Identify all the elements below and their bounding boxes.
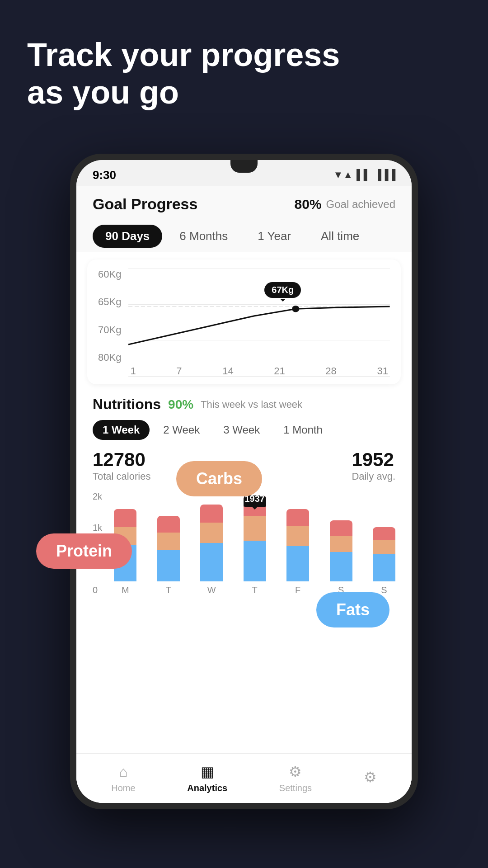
float-fats-label: Fats xyxy=(316,592,389,627)
bar-stack-s2 xyxy=(373,527,395,581)
bar-carbs-f xyxy=(286,526,309,546)
bar-tooltip: 1937 xyxy=(244,495,266,507)
nut-tab-3week[interactable]: 3 Week xyxy=(213,420,270,440)
header-goal: 80% Goal achieved xyxy=(295,197,395,212)
bar-stack-t1 xyxy=(157,516,180,581)
bar-fat-s2 xyxy=(373,554,395,581)
x-label-7: 7 xyxy=(176,365,182,377)
daily-avg-stat: 1952 Daily avg. xyxy=(352,449,395,482)
bar-carbs-t2 xyxy=(244,516,266,541)
goal-label: Goal achieved xyxy=(326,198,395,211)
total-calories-label: Total calories xyxy=(93,471,150,482)
bar-group-s1: S xyxy=(330,520,352,595)
bar-fat-t1 xyxy=(157,550,180,581)
y-label-65: 65Kg xyxy=(98,296,121,308)
bar-protein-f xyxy=(286,509,309,526)
bar-protein-w xyxy=(200,505,223,523)
status-icons: ▼▲ ▌▌ ▐▐▐ xyxy=(333,169,395,181)
float-protein-label: Protein xyxy=(36,533,132,569)
bottom-nav: ⌂ Home ▦ Analytics ⚙ Settings ⚙ xyxy=(76,753,412,803)
bar-group-f: F xyxy=(286,509,309,595)
wifi-icon: ▼▲ xyxy=(333,169,353,181)
tab-90-days[interactable]: 90 Days xyxy=(93,225,162,248)
bar-protein-s2 xyxy=(373,527,395,540)
bar-y-1k: 1k xyxy=(93,523,108,533)
bar-stack-t2: 1937 xyxy=(244,495,266,581)
nutrition-subtitle: This week vs last week xyxy=(201,399,302,410)
tab-6-months[interactable]: 6 Months xyxy=(167,225,240,248)
x-label-21: 21 xyxy=(274,365,285,377)
bar-group-s2: S xyxy=(373,527,395,595)
weight-tooltip: 67Kg xyxy=(264,282,301,298)
daily-avg-value: 1952 xyxy=(352,449,395,471)
nav-home[interactable]: ⌂ Home xyxy=(111,764,135,793)
bar-fat-f xyxy=(286,546,309,581)
nutrition-section: Nutritions 90% This week vs last week 1 … xyxy=(76,392,412,627)
goal-percent: 80% xyxy=(295,197,322,212)
bar-group-w: W xyxy=(200,505,223,595)
signal-icon: ▌▌ xyxy=(357,169,371,181)
weight-chart-section: 60Kg 65Kg 70Kg 80Kg xyxy=(87,259,401,384)
chart-area: 67Kg 1 7 14 21 28 31 xyxy=(128,269,390,377)
bar-x-m: M xyxy=(122,585,129,595)
battery-icon: ▐▐▐ xyxy=(374,169,395,181)
nut-tab-1week[interactable]: 1 Week xyxy=(93,420,150,440)
period-tab-bar: 90 Days 6 Months 1 Year All time xyxy=(76,220,412,252)
bar-x-t2: T xyxy=(252,585,258,595)
weight-chart-container: 60Kg 65Kg 70Kg 80Kg xyxy=(98,269,390,377)
chart-y-axis: 60Kg 65Kg 70Kg 80Kg xyxy=(98,269,128,377)
nutrition-percent: 90% xyxy=(168,397,193,412)
x-label-28: 28 xyxy=(325,365,336,377)
nav-settings[interactable]: ⚙ Settings xyxy=(279,763,312,793)
bar-x-w: W xyxy=(207,585,216,595)
x-label-1: 1 xyxy=(130,365,136,377)
bar-protein-t1 xyxy=(157,516,180,533)
y-label-60: 60Kg xyxy=(98,269,121,280)
status-time: 9:30 xyxy=(93,168,116,182)
bar-group-t2: 1937 T xyxy=(244,495,266,595)
x-label-14: 14 xyxy=(222,365,233,377)
x-label-31: 31 xyxy=(377,365,388,377)
bar-x-t1: T xyxy=(166,585,171,595)
phone-notch xyxy=(230,160,258,173)
bar-carbs-s1 xyxy=(330,536,352,552)
nut-tab-1month[interactable]: 1 Month xyxy=(273,420,333,440)
bar-protein-m xyxy=(114,509,136,527)
bar-chart-inner: 2k 1k 500 0 xyxy=(93,491,395,609)
nav-analytics[interactable]: ▦ Analytics xyxy=(187,763,227,793)
bar-carbs-s2 xyxy=(373,540,395,554)
bar-fat-s1 xyxy=(330,552,352,581)
y-label-80: 80Kg xyxy=(98,352,121,363)
app-header: Goal Progress 80% Goal achieved xyxy=(76,186,412,220)
nutrition-title: Nutritions xyxy=(93,396,161,413)
bar-group-t1: T xyxy=(157,516,180,595)
nutrition-header: Nutritions 90% This week vs last week xyxy=(93,396,395,413)
bar-protein-s1 xyxy=(330,520,352,536)
hero-title: Track your progress as you go xyxy=(27,36,366,111)
total-calories-value: 12780 xyxy=(93,449,150,471)
nav-extra[interactable]: ⚙ xyxy=(364,769,377,788)
home-icon: ⌂ xyxy=(119,764,127,780)
nav-settings-label: Settings xyxy=(279,783,312,793)
nutrition-tab-bar: 1 Week 2 Week 3 Week 1 Month xyxy=(93,420,395,440)
bar-x-s2: S xyxy=(381,585,387,595)
total-calories-stat: 12780 Total calories xyxy=(93,449,150,482)
bar-stack-w xyxy=(200,505,223,581)
chart-x-labels: 1 7 14 21 28 31 xyxy=(128,365,390,377)
analytics-icon: ▦ xyxy=(201,763,214,780)
tab-1-year[interactable]: 1 Year xyxy=(245,225,304,248)
float-carbs-label: Carbs xyxy=(176,461,262,496)
bar-carbs-t1 xyxy=(157,533,180,550)
svg-point-1 xyxy=(292,306,300,312)
nav-home-label: Home xyxy=(111,783,135,793)
bar-stack-s1 xyxy=(330,520,352,581)
daily-avg-label: Daily avg. xyxy=(352,471,395,482)
nut-tab-2week[interactable]: 2 Week xyxy=(153,420,210,440)
tab-all-time[interactable]: All time xyxy=(308,225,372,248)
settings-icon: ⚙ xyxy=(289,763,302,780)
bars-area: M T xyxy=(114,491,395,609)
bar-stack-f xyxy=(286,509,309,581)
bar-x-f: F xyxy=(295,585,300,595)
bar-carbs-w xyxy=(200,523,223,543)
nav-analytics-label: Analytics xyxy=(187,783,227,793)
